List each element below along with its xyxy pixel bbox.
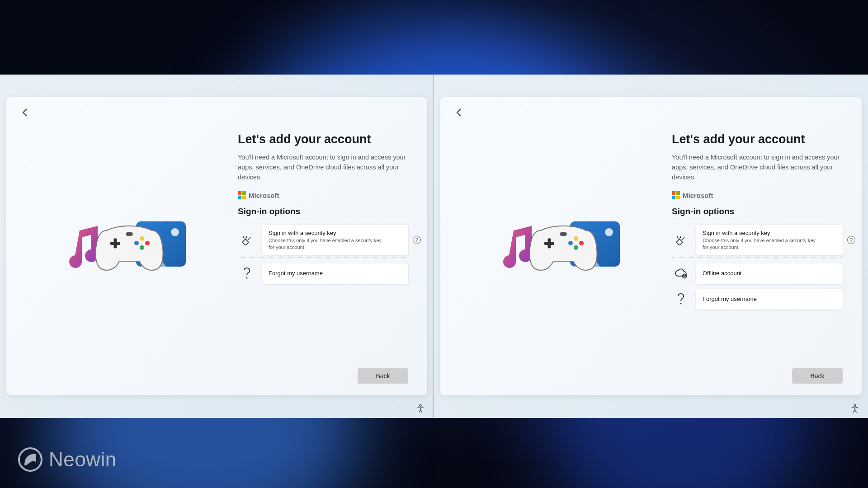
svg-point-16: [574, 245, 578, 250]
forgot-username-label: Forgot my username: [269, 270, 402, 277]
microsoft-logo-icon: [238, 191, 246, 199]
svg-point-20: [680, 236, 681, 237]
back-button[interactable]: Back: [358, 368, 408, 384]
svg-point-6: [126, 232, 133, 236]
page-title: Let's add your account: [672, 132, 843, 146]
microsoft-brand-text: Microsoft: [683, 192, 713, 199]
svg-point-10: [246, 277, 247, 279]
comparison-panels: Let's add your account You'll need a Mic…: [0, 75, 868, 418]
neowin-logo-icon: [18, 447, 42, 472]
panel-right: Let's add your account You'll need a Mic…: [434, 75, 868, 418]
forgot-username-label: Forgot my username: [703, 296, 836, 302]
security-key-desc: Choose this only if you have enabled a s…: [703, 237, 820, 250]
neowin-watermark: Neowin: [18, 447, 117, 472]
svg-point-15: [579, 241, 584, 245]
svg-point-3: [145, 241, 150, 245]
security-key-option[interactable]: Sign in with a security key Choose this …: [672, 222, 843, 258]
section-title: Sign-in options: [672, 206, 843, 216]
svg-point-17: [568, 241, 573, 245]
microsoft-brand-text: Microsoft: [249, 192, 279, 199]
page-title: Let's add your account: [238, 132, 408, 146]
svg-point-24: [854, 405, 856, 407]
question-icon: [672, 292, 690, 306]
panel-left: Let's add your account You'll need a Mic…: [0, 75, 434, 418]
svg-point-2: [140, 236, 144, 241]
forgot-username-option[interactable]: Forgot my username: [238, 263, 408, 284]
illustration: [459, 107, 672, 385]
security-key-title: Sign in with a security key: [703, 230, 836, 236]
security-key-option[interactable]: Sign in with a security key Choose this …: [238, 222, 408, 258]
back-arrow-icon[interactable]: [454, 107, 467, 120]
oobe-card: Let's add your account You'll need a Mic…: [440, 97, 862, 395]
help-icon[interactable]: ?: [847, 236, 855, 244]
back-button[interactable]: Back: [792, 368, 843, 384]
game-controller-icon: [93, 217, 165, 273]
svg-point-23: [680, 303, 681, 305]
svg-point-7: [243, 236, 244, 237]
oobe-card: Let's add your account You'll need a Mic…: [6, 97, 427, 395]
svg-point-5: [134, 241, 139, 245]
svg-point-8: [246, 236, 247, 237]
help-icon[interactable]: ?: [413, 236, 421, 244]
page-subtitle: You'll need a Microsoft account to sign …: [672, 153, 843, 182]
svg-rect-1: [114, 239, 117, 249]
section-title: Sign-in options: [238, 206, 408, 216]
svg-point-14: [574, 236, 578, 241]
microsoft-brand: Microsoft: [238, 191, 408, 199]
svg-rect-13: [548, 239, 551, 249]
svg-point-11: [420, 405, 421, 407]
microsoft-brand: Microsoft: [672, 191, 843, 199]
microsoft-logo-icon: [672, 191, 680, 199]
security-key-icon: [238, 234, 256, 246]
accessibility-icon[interactable]: [850, 404, 860, 413]
svg-rect-9: [242, 239, 249, 245]
back-arrow-icon[interactable]: [20, 107, 33, 120]
page-subtitle: You'll need a Microsoft account to sign …: [238, 153, 408, 182]
security-key-desc: Choose this only if you have enabled a s…: [269, 237, 386, 250]
accessibility-icon[interactable]: [415, 404, 425, 413]
svg-point-18: [560, 232, 567, 236]
offline-account-option[interactable]: Offline account: [672, 263, 843, 284]
offline-account-label: Offline account: [703, 270, 836, 277]
security-key-title: Sign in with a security key: [269, 230, 402, 236]
offline-cloud-icon: [672, 268, 690, 279]
game-controller-icon: [527, 217, 599, 273]
svg-point-4: [140, 245, 144, 250]
svg-rect-21: [676, 239, 683, 245]
forgot-username-option[interactable]: Forgot my username: [672, 289, 843, 310]
question-icon: [238, 267, 256, 280]
neowin-watermark-text: Neowin: [49, 448, 117, 471]
svg-point-19: [677, 236, 678, 237]
security-key-icon: [672, 234, 690, 246]
illustration: [25, 107, 238, 385]
